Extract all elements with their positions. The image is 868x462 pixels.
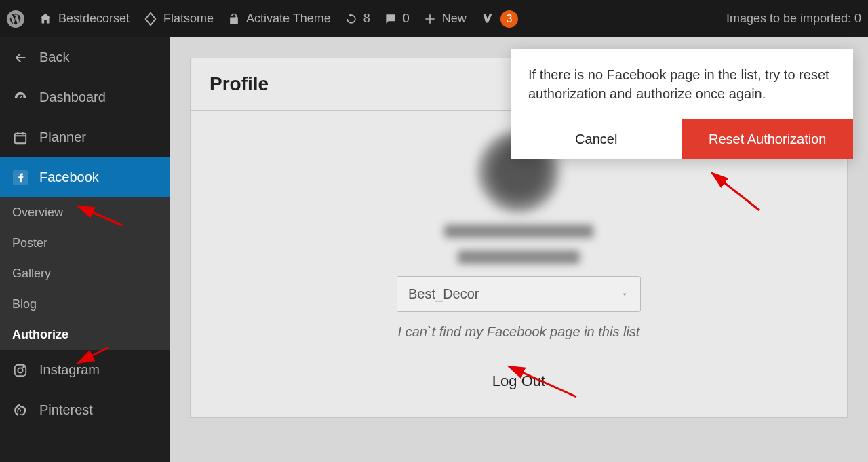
sidebar-label-back: Back	[39, 50, 69, 65]
sidebar-label-instagram: Instagram	[39, 362, 100, 378]
yoast-badge: 3	[500, 10, 518, 28]
main-content: Profile Best_Decor I can`t find my Faceb…	[170, 37, 868, 462]
wordpress-logo[interactable]	[7, 10, 24, 28]
sidebar-item-facebook[interactable]: Facebook	[0, 157, 170, 197]
select-value: Best_Decor	[408, 286, 479, 302]
yoast-link[interactable]: 3	[480, 10, 518, 28]
profile-email-blurred	[458, 250, 580, 264]
flatsome-icon	[143, 12, 158, 26]
sidebar-subitems: Overview Poster Gallery Blog Authorize	[0, 197, 170, 350]
site-link[interactable]: Bestdecorset	[38, 12, 130, 26]
site-name: Bestdecorset	[58, 12, 130, 26]
comment-icon	[384, 12, 397, 26]
comments-count: 0	[403, 12, 410, 26]
dashboard-icon	[12, 90, 28, 105]
wordpress-icon	[7, 10, 24, 28]
cant-find-page-link[interactable]: I can`t find my Facebook page in this li…	[398, 324, 640, 340]
new-label: New	[442, 12, 467, 26]
updates-link[interactable]: 8	[344, 12, 370, 26]
cancel-button[interactable]: Cancel	[511, 119, 682, 159]
refresh-icon	[344, 12, 358, 26]
calendar-icon	[12, 130, 28, 145]
plus-icon	[423, 12, 437, 26]
svg-point-4	[18, 368, 22, 372]
chevron-down-icon	[620, 290, 629, 299]
sidebar-item-pinterest[interactable]: Pinterest	[0, 390, 170, 430]
sidebar-label-facebook: Facebook	[39, 170, 99, 185]
svg-point-5	[23, 366, 24, 368]
lock-open-icon	[227, 12, 241, 26]
sidebar-subitem-authorize[interactable]: Authorize	[0, 320, 170, 350]
images-import-label: Images to be imported: 0	[726, 12, 861, 26]
comments-link[interactable]: 0	[384, 12, 410, 26]
sidebar-item-planner[interactable]: Planner	[0, 117, 170, 157]
logout-link[interactable]: Log Out	[492, 372, 545, 390]
sidebar-label-dashboard: Dashboard	[39, 90, 106, 105]
profile-name-blurred	[444, 225, 593, 238]
admin-bar: Bestdecorset Flatsome Activate Theme 8 0…	[0, 0, 868, 37]
dialog-message: If there is no Facebook page in the list…	[511, 49, 853, 119]
sidebar-subitem-overview[interactable]: Overview	[0, 197, 170, 228]
instagram-icon	[12, 363, 28, 378]
sidebar-item-back[interactable]: Back	[0, 37, 170, 77]
activate-theme-link[interactable]: Activate Theme	[227, 12, 331, 26]
dialog-actions: Cancel Reset Authorization	[511, 119, 853, 159]
sidebar-item-dashboard[interactable]: Dashboard	[0, 77, 170, 117]
sidebar-subitem-gallery[interactable]: Gallery	[0, 258, 170, 289]
reset-auth-dialog: If there is no Facebook page in the list…	[511, 49, 853, 159]
images-import-info[interactable]: Images to be imported: 0	[726, 12, 861, 26]
sidebar-subitem-poster[interactable]: Poster	[0, 228, 170, 258]
sidebar-label-planner: Planner	[39, 130, 86, 145]
sidebar-subitem-blog[interactable]: Blog	[0, 289, 170, 320]
new-link[interactable]: New	[423, 12, 467, 26]
home-icon	[38, 12, 53, 26]
sidebar: Back Dashboard Planner Facebook Overview…	[0, 37, 170, 462]
facebook-icon	[12, 170, 28, 185]
yoast-icon	[480, 12, 495, 26]
facebook-page-select[interactable]: Best_Decor	[397, 276, 641, 312]
theme-link[interactable]: Flatsome	[143, 12, 214, 26]
reset-authorization-button[interactable]: Reset Authorization	[682, 119, 854, 159]
sidebar-item-instagram[interactable]: Instagram	[0, 350, 170, 390]
arrow-left-icon	[12, 50, 28, 65]
sidebar-label-pinterest: Pinterest	[39, 402, 93, 418]
pinterest-icon	[12, 403, 28, 418]
theme-name: Flatsome	[163, 12, 214, 26]
svg-rect-1	[15, 133, 26, 143]
activate-theme-label: Activate Theme	[246, 12, 331, 26]
updates-count: 8	[363, 12, 370, 26]
